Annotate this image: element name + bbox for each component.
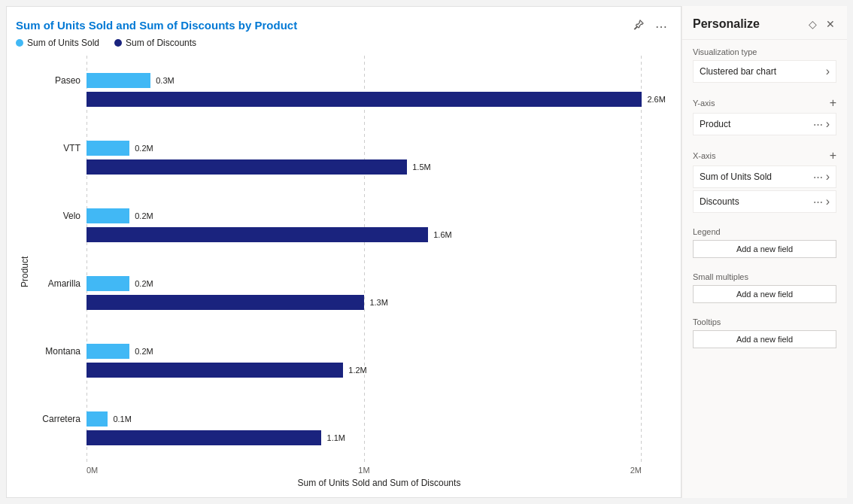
bar-value-dark-5: 1.1M [327,433,345,442]
legend-section: Legend Add a new field [682,220,847,265]
viz-type-chevron-icon: › [826,65,830,78]
chart-title: Sum of Units Sold and Sum of Discounts b… [16,19,672,32]
tooltips-add-button[interactable]: Add a new field [693,330,836,348]
bar-row-dark-0: 2.6M [34,91,642,108]
legend-item-units: Sum of Units Sold [16,38,99,48]
tooltips-section: Tooltips Add a new field [682,310,847,355]
y-axis-field-actions: ⋯ › [813,117,830,131]
bar-track-light-0: 0.3M [87,72,642,89]
bar-row-dark-1: 1.5M [34,159,642,175]
bar-fill-dark-2 [87,227,428,242]
bar-group-vtt: VTT0.2M1.5M [34,140,642,175]
visualization-type-section: Visualization type Clustered bar chart › [682,40,847,90]
bar-fill-dark-3 [87,295,364,310]
x-axis-units-field[interactable]: Sum of Units Sold ⋯ › [693,165,836,188]
bar-value-dark-2: 1.6M [433,230,451,239]
bar-row-light-0: Paseo0.3M [34,72,642,89]
reset-button[interactable]: ◇ [807,17,818,32]
x-axis-discounts-actions: ⋯ › [813,195,830,208]
small-multiples-add-button[interactable]: Add a new field [693,285,836,303]
panel-header-actions: ◇ ✕ [807,17,836,32]
bar-row-light-3: Amarilla0.2M [34,275,642,292]
legend-dot-units [16,39,23,47]
x-tick-1: 1M [358,466,369,475]
bar-fill-dark-0 [87,92,642,107]
bar-fill-dark-5 [87,430,321,445]
bar-group-carretera: Carretera0.1M1.1M [34,411,642,446]
legend-add-field-button[interactable]: Add a new field [693,240,836,258]
bar-value-light-1: 0.2M [135,144,153,153]
bar-track-light-2: 0.2M [87,208,642,224]
y-axis-add-button[interactable]: + [830,97,836,109]
bar-value-dark-4: 1.2M [348,366,366,375]
bar-label-3: Amarilla [34,278,87,289]
x-axis-units-actions: ⋯ › [813,170,830,184]
bar-label-1: VTT [34,143,87,153]
bar-fill-light-2 [87,208,129,223]
legend-label-units: Sum of Units Sold [27,38,99,48]
bar-track-dark-4: 1.2M [87,362,642,378]
bar-row-dark-2: 1.6M [34,226,642,243]
bar-value-dark-1: 1.5M [412,162,430,172]
small-multiples-label: Small multiples [693,272,836,281]
bar-group-paseo: Paseo0.3M2.6M [34,72,642,108]
bar-group-amarilla: Amarilla0.2M1.3M [34,275,642,311]
bar-value-light-0: 0.3M [156,76,174,85]
legend-item-discounts: Sum of Discounts [114,38,196,48]
x-tick-0: 0M [87,466,98,475]
bar-label-4: Montana [34,346,87,357]
bar-fill-light-5 [87,411,108,427]
bar-track-dark-2: 1.6M [87,226,642,243]
legend-dot-discounts [114,39,122,47]
chart-inner: Paseo0.3M2.6MVTT0.2M1.5MVelo0.2M1.6MAmar… [34,56,672,488]
chart-toolbar: ⋯ [630,17,670,35]
bar-value-light-2: 0.2M [135,211,153,220]
legend-label-discounts: Sum of Discounts [126,38,196,48]
x-axis: 0M 1M 2M [34,466,672,475]
bar-group-montana: Montana0.2M1.2M [34,343,642,378]
x-axis-add-button[interactable]: + [830,150,836,162]
panel-header: Personalize ◇ ✕ [682,6,847,40]
bar-row-light-2: Velo0.2M [34,208,642,224]
x-axis-discounts-field[interactable]: Discounts ⋯ › [693,190,836,213]
y-axis-product-field[interactable]: Product ⋯ › [693,113,836,135]
bar-row-light-1: VTT0.2M [34,140,642,156]
x-tick-2: 2M [630,466,642,475]
x-axis-label: Sum of Units Sold and Sum of Discounts [34,478,672,488]
small-multiples-section: Small multiples Add a new field [682,265,847,310]
bar-fill-light-4 [87,344,129,359]
grid-line-0 [87,56,87,463]
bar-value-dark-0: 2.6M [647,95,665,104]
bar-value-light-3: 0.2M [135,279,153,288]
close-button[interactable]: ✕ [824,17,836,32]
bar-track-dark-5: 1.1M [87,430,642,446]
viz-type-value: Clustered bar chart [700,66,776,77]
bar-row-light-4: Montana0.2M [34,343,642,360]
tooltips-label: Tooltips [693,317,836,326]
bar-value-light-4: 0.2M [135,347,153,356]
chart-title-product: Product [255,19,298,32]
bar-track-dark-0: 2.6M [87,91,642,108]
chart-legend: Sum of Units Sold Sum of Discounts [16,38,672,48]
bar-row-dark-5: 1.1M [34,430,642,446]
chart-more-button[interactable]: ⋯ [652,17,670,35]
bar-row-dark-3: 1.3M [34,294,642,311]
bar-label-5: Carretera [34,414,87,424]
bar-track-dark-3: 1.3M [87,294,642,311]
bar-value-light-5: 0.1M [113,414,131,424]
x-axis-units-name: Sum of Units Sold [700,172,772,182]
bar-track-light-3: 0.2M [87,275,642,292]
personalize-panel: Personalize ◇ ✕ Visualization type Clust… [681,6,847,498]
chart-title-text1: Sum of Units Sold and Sum of Discounts b… [16,19,255,32]
viz-type-field[interactable]: Clustered bar chart › [693,60,836,83]
y-axis-field-name: Product [700,119,730,129]
bar-track-dark-1: 1.5M [87,159,642,175]
y-axis-section-header: Y-axis + [693,97,836,109]
x-axis-discounts-name: Discounts [700,196,739,207]
chart-wrapper: Product Paseo0.3M2.6MVTT0.2M1.5MVelo0.2M… [16,56,672,488]
grid-line-1 [364,56,365,463]
bar-fill-dark-4 [87,363,343,378]
chart-pin-button[interactable] [630,17,648,35]
bar-value-dark-3: 1.3M [369,298,387,307]
bar-row-dark-4: 1.2M [34,362,642,378]
